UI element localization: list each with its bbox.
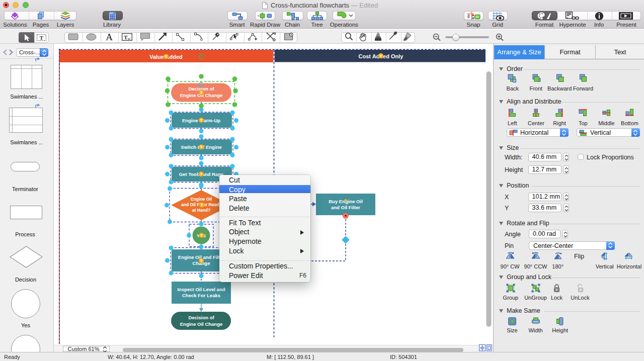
svg-text:Engine Oil: Engine Oil [191, 197, 212, 202]
svg-text:T: T [380, 54, 382, 58]
svg-text:T: T [40, 35, 44, 41]
svg-text:A: A [106, 33, 113, 41]
svg-text:at Hand?: at Hand? [192, 208, 210, 213]
svg-text:Engine Oil Change: Engine Oil Change [180, 321, 222, 327]
svg-text:T: T [200, 258, 203, 263]
svg-text:Inspect Oil Level and: Inspect Oil Level and [177, 287, 225, 292]
svg-text:Decision of: Decision of [188, 315, 214, 320]
svg-text:Check For Leaks: Check For Leaks [182, 293, 220, 298]
svg-text:T: T [200, 145, 203, 149]
svg-text:T: T [200, 91, 203, 95]
svg-text:T: T [200, 233, 203, 238]
svg-text:T: T [200, 172, 203, 176]
svg-text:T: T [200, 118, 203, 123]
svg-text:and Oil Filter: and Oil Filter [331, 205, 360, 210]
svg-text:T: T [201, 203, 203, 207]
svg-text:T: T [165, 54, 168, 59]
svg-text:T: T [124, 34, 128, 40]
